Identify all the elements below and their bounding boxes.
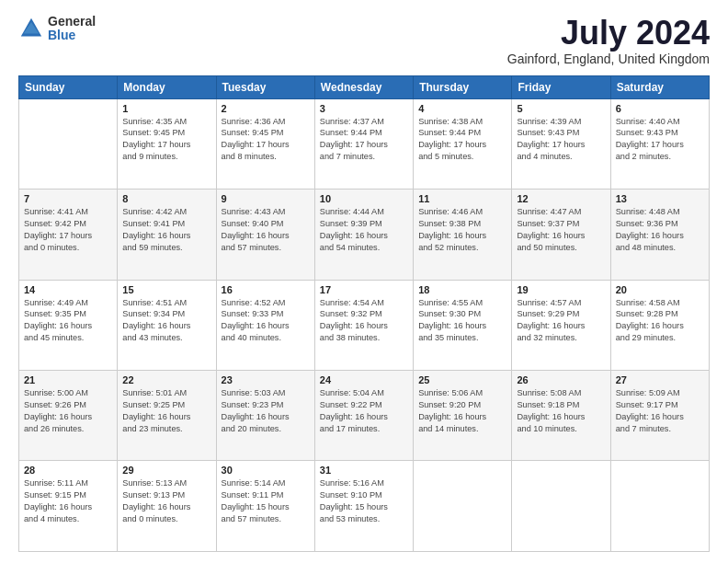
day-cell: 1Sunrise: 4:35 AM Sunset: 9:45 PM Daylig… xyxy=(118,98,216,189)
day-cell: 12Sunrise: 4:47 AM Sunset: 9:37 PM Dayli… xyxy=(512,190,610,280)
day-number: 24 xyxy=(320,374,408,385)
day-info: Sunrise: 5:04 AM Sunset: 9:22 PM Dayligh… xyxy=(320,387,408,435)
day-number: 2 xyxy=(222,103,310,114)
day-number: 15 xyxy=(122,284,210,295)
col-friday: Friday xyxy=(512,75,610,98)
day-number: 21 xyxy=(24,374,112,385)
title-section: July 2024 Gainford, England, United King… xyxy=(507,15,710,66)
header: General Blue July 2024 Gainford, England… xyxy=(18,15,710,66)
day-info: Sunrise: 4:54 AM Sunset: 9:32 PM Dayligh… xyxy=(320,297,408,345)
day-info: Sunrise: 4:35 AM Sunset: 9:45 PM Dayligh… xyxy=(122,116,210,164)
day-number: 22 xyxy=(122,374,210,385)
day-info: Sunrise: 4:57 AM Sunset: 9:29 PM Dayligh… xyxy=(517,297,605,345)
day-info: Sunrise: 4:41 AM Sunset: 9:42 PM Dayligh… xyxy=(24,206,112,254)
day-info: Sunrise: 4:37 AM Sunset: 9:44 PM Dayligh… xyxy=(320,116,408,164)
week-row-1: 1Sunrise: 4:35 AM Sunset: 9:45 PM Daylig… xyxy=(19,98,710,189)
day-cell: 27Sunrise: 5:09 AM Sunset: 9:17 PM Dayli… xyxy=(610,371,709,461)
day-cell: 13Sunrise: 4:48 AM Sunset: 9:36 PM Dayli… xyxy=(610,190,709,280)
col-saturday: Saturday xyxy=(610,75,709,98)
day-number: 23 xyxy=(222,374,310,385)
day-cell: 5Sunrise: 4:39 AM Sunset: 9:43 PM Daylig… xyxy=(512,98,610,189)
day-info: Sunrise: 4:51 AM Sunset: 9:34 PM Dayligh… xyxy=(122,297,210,345)
day-info: Sunrise: 4:52 AM Sunset: 9:33 PM Dayligh… xyxy=(222,297,310,345)
col-thursday: Thursday xyxy=(414,75,512,98)
day-info: Sunrise: 4:39 AM Sunset: 9:43 PM Dayligh… xyxy=(517,116,605,164)
subtitle: Gainford, England, United Kingdom xyxy=(507,52,710,66)
day-cell xyxy=(19,98,118,189)
calendar-body: 1Sunrise: 4:35 AM Sunset: 9:45 PM Daylig… xyxy=(19,98,710,551)
day-number: 1 xyxy=(122,103,210,114)
main-title: July 2024 xyxy=(507,15,710,52)
day-number: 9 xyxy=(222,193,310,204)
day-info: Sunrise: 5:01 AM Sunset: 9:25 PM Dayligh… xyxy=(122,387,210,435)
day-cell xyxy=(414,461,512,552)
day-cell: 26Sunrise: 5:08 AM Sunset: 9:18 PM Dayli… xyxy=(512,371,610,461)
day-cell: 16Sunrise: 4:52 AM Sunset: 9:33 PM Dayli… xyxy=(216,280,314,370)
day-info: Sunrise: 5:16 AM Sunset: 9:10 PM Dayligh… xyxy=(320,477,408,525)
day-info: Sunrise: 4:43 AM Sunset: 9:40 PM Dayligh… xyxy=(222,206,310,254)
day-cell: 21Sunrise: 5:00 AM Sunset: 9:26 PM Dayli… xyxy=(19,371,118,461)
day-number: 14 xyxy=(24,284,112,295)
day-number: 25 xyxy=(418,374,506,385)
day-info: Sunrise: 5:03 AM Sunset: 9:23 PM Dayligh… xyxy=(222,387,310,435)
day-number: 28 xyxy=(24,465,112,476)
logo: General Blue xyxy=(18,15,96,43)
day-cell: 29Sunrise: 5:13 AM Sunset: 9:13 PM Dayli… xyxy=(118,461,216,552)
day-number: 27 xyxy=(616,374,704,385)
day-number: 7 xyxy=(24,193,112,204)
day-info: Sunrise: 4:44 AM Sunset: 9:39 PM Dayligh… xyxy=(320,206,408,254)
day-info: Sunrise: 4:55 AM Sunset: 9:30 PM Dayligh… xyxy=(418,297,506,345)
day-cell: 7Sunrise: 4:41 AM Sunset: 9:42 PM Daylig… xyxy=(19,190,118,280)
logo-text: General Blue xyxy=(48,15,96,43)
col-sunday: Sunday xyxy=(19,75,118,98)
day-cell: 17Sunrise: 4:54 AM Sunset: 9:32 PM Dayli… xyxy=(314,280,413,370)
header-row: Sunday Monday Tuesday Wednesday Thursday… xyxy=(19,75,710,98)
week-row-2: 7Sunrise: 4:41 AM Sunset: 9:42 PM Daylig… xyxy=(19,190,710,280)
logo-general-text: General xyxy=(48,15,96,29)
day-cell: 3Sunrise: 4:37 AM Sunset: 9:44 PM Daylig… xyxy=(314,98,413,189)
day-number: 16 xyxy=(222,284,310,295)
page: General Blue July 2024 Gainford, England… xyxy=(0,0,728,563)
day-info: Sunrise: 5:11 AM Sunset: 9:15 PM Dayligh… xyxy=(24,477,112,525)
week-row-3: 14Sunrise: 4:49 AM Sunset: 9:35 PM Dayli… xyxy=(19,280,710,370)
day-cell xyxy=(610,461,709,552)
logo-blue-text: Blue xyxy=(48,29,96,42)
day-cell: 20Sunrise: 4:58 AM Sunset: 9:28 PM Dayli… xyxy=(610,280,709,370)
day-info: Sunrise: 5:09 AM Sunset: 9:17 PM Dayligh… xyxy=(616,387,704,435)
day-info: Sunrise: 4:46 AM Sunset: 9:38 PM Dayligh… xyxy=(418,206,506,254)
day-number: 5 xyxy=(517,103,605,114)
day-cell: 15Sunrise: 4:51 AM Sunset: 9:34 PM Dayli… xyxy=(118,280,216,370)
day-number: 13 xyxy=(616,193,704,204)
day-cell: 23Sunrise: 5:03 AM Sunset: 9:23 PM Dayli… xyxy=(216,371,314,461)
day-number: 12 xyxy=(517,193,605,204)
day-cell: 31Sunrise: 5:16 AM Sunset: 9:10 PM Dayli… xyxy=(314,461,413,552)
day-info: Sunrise: 5:13 AM Sunset: 9:13 PM Dayligh… xyxy=(122,477,210,525)
day-number: 11 xyxy=(418,193,506,204)
day-cell: 2Sunrise: 4:36 AM Sunset: 9:45 PM Daylig… xyxy=(216,98,314,189)
day-cell: 11Sunrise: 4:46 AM Sunset: 9:38 PM Dayli… xyxy=(414,190,512,280)
logo-icon xyxy=(18,16,44,41)
day-info: Sunrise: 5:08 AM Sunset: 9:18 PM Dayligh… xyxy=(517,387,605,435)
day-info: Sunrise: 5:00 AM Sunset: 9:26 PM Dayligh… xyxy=(24,387,112,435)
day-info: Sunrise: 4:49 AM Sunset: 9:35 PM Dayligh… xyxy=(24,297,112,345)
day-cell: 4Sunrise: 4:38 AM Sunset: 9:44 PM Daylig… xyxy=(414,98,512,189)
day-info: Sunrise: 4:47 AM Sunset: 9:37 PM Dayligh… xyxy=(517,206,605,254)
day-info: Sunrise: 4:38 AM Sunset: 9:44 PM Dayligh… xyxy=(418,116,506,164)
day-number: 4 xyxy=(418,103,506,114)
day-number: 30 xyxy=(222,465,310,476)
day-info: Sunrise: 4:58 AM Sunset: 9:28 PM Dayligh… xyxy=(616,297,704,345)
day-cell xyxy=(512,461,610,552)
day-number: 6 xyxy=(616,103,704,114)
day-cell: 22Sunrise: 5:01 AM Sunset: 9:25 PM Dayli… xyxy=(118,371,216,461)
day-info: Sunrise: 4:40 AM Sunset: 9:43 PM Dayligh… xyxy=(616,116,704,164)
col-tuesday: Tuesday xyxy=(216,75,314,98)
day-info: Sunrise: 4:48 AM Sunset: 9:36 PM Dayligh… xyxy=(616,206,704,254)
day-cell: 24Sunrise: 5:04 AM Sunset: 9:22 PM Dayli… xyxy=(314,371,413,461)
day-number: 10 xyxy=(320,193,408,204)
day-number: 8 xyxy=(122,193,210,204)
day-cell: 19Sunrise: 4:57 AM Sunset: 9:29 PM Dayli… xyxy=(512,280,610,370)
day-cell: 6Sunrise: 4:40 AM Sunset: 9:43 PM Daylig… xyxy=(610,98,709,189)
day-number: 26 xyxy=(517,374,605,385)
day-number: 29 xyxy=(122,465,210,476)
day-cell: 18Sunrise: 4:55 AM Sunset: 9:30 PM Dayli… xyxy=(414,280,512,370)
